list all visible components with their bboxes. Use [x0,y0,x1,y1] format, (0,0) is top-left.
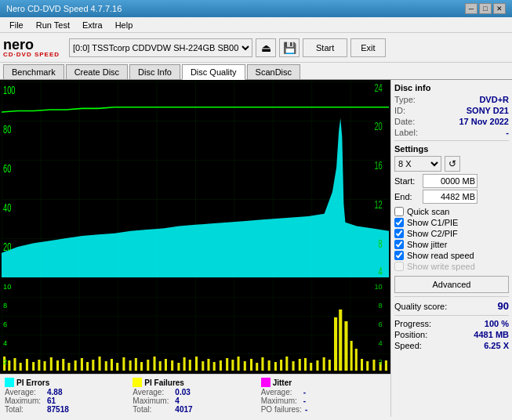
svg-rect-80 [385,360,387,371]
eject-button[interactable]: ⏏ [256,38,276,57]
tab-disc-quality[interactable]: Disc Quality [182,64,245,80]
jitter-stat: Jitter Average: - Maximum: - PO failures… [261,378,386,414]
svg-text:8: 8 [379,238,383,252]
upper-chart-svg: 24 20 16 12 8 4 100 80 60 40 20 [2,81,389,277]
svg-rect-36 [122,357,125,371]
charts-container: 24 20 16 12 8 4 100 80 60 40 20 0.0 0.5 [0,80,390,374]
svg-text:12: 12 [374,199,383,212]
quality-score-value: 90 [498,300,509,312]
quality-score-row: Quality score: 90 [394,300,509,312]
svg-text:60: 60 [3,162,12,176]
svg-rect-69 [323,357,325,371]
upper-chart: 24 20 16 12 8 4 100 80 60 40 20 0.0 0.5 [2,81,389,277]
close-button[interactable]: ✕ [493,3,506,14]
svg-rect-40 [147,360,149,371]
disc-id-row: ID: SONY D21 [394,106,509,115]
main-content: 24 20 16 12 8 4 100 80 60 40 20 0.0 0.5 [0,80,512,417]
save-button[interactable]: 💾 [279,38,300,57]
show-c2pif-label: Show C2/PIF [407,229,458,238]
bottom-stats: PI Errors Average: 4.88 Maximum: 61 Tota… [0,374,390,417]
svg-rect-24 [50,357,53,371]
show-write-speed-label: Show write speed [407,262,475,271]
svg-text:6: 6 [3,320,7,328]
show-read-speed-checkbox[interactable] [394,251,404,260]
svg-rect-66 [304,358,307,371]
menu-extra[interactable]: Extra [76,19,109,31]
pi-failures-header: PI Failures [133,378,257,387]
start-button[interactable]: Start [303,38,347,57]
end-input[interactable] [423,190,478,204]
svg-rect-43 [165,359,167,371]
tab-create-disc[interactable]: Create Disc [66,64,128,79]
show-c2pif-checkbox[interactable] [394,229,404,238]
pi-errors-max: Maximum: 61 [5,396,129,405]
disc-date-row: Date: 17 Nov 2022 [394,117,509,126]
quick-scan-checkbox[interactable] [394,207,404,216]
disc-id-value: SONY D21 [467,106,509,115]
svg-rect-78 [372,360,375,371]
svg-rect-63 [285,357,288,371]
exit-button[interactable]: Exit [350,38,385,57]
svg-rect-44 [171,360,173,371]
position-value: 4481 MB [474,330,509,339]
pi-errors-average: Average: 4.88 [5,388,129,396]
tab-benchmark[interactable]: Benchmark [3,64,64,79]
tab-scan-disc[interactable]: ScanDisc [247,64,300,79]
svg-rect-21 [32,362,34,371]
svg-rect-56 [244,361,246,371]
maximize-button[interactable]: □ [479,3,492,14]
svg-rect-20 [26,359,28,371]
pi-errors-header: PI Errors [5,378,129,387]
svg-rect-51 [213,362,216,371]
progress-row: Progress: 100 % [394,319,509,328]
svg-rect-62 [280,360,282,371]
start-input[interactable] [423,174,478,188]
show-read-speed-row: Show read speed [394,251,509,260]
svg-rect-77 [366,361,369,371]
progress-value: 100 % [485,319,509,328]
svg-rect-74 [350,341,353,371]
settings-title: Settings [394,144,509,154]
tab-disc-info[interactable]: Disc Info [129,64,180,79]
svg-rect-32 [99,357,101,371]
pi-errors-stat: PI Errors Average: 4.88 Maximum: 61 Tota… [5,378,129,414]
svg-rect-19 [20,363,22,371]
show-jitter-label: Show jitter [407,240,447,249]
svg-rect-29 [81,358,83,371]
svg-rect-17 [8,360,10,371]
minimize-button[interactable]: ─ [465,3,478,14]
menu-help[interactable]: Help [109,19,140,31]
svg-text:4: 4 [379,265,383,277]
svg-text:2: 2 [379,358,383,366]
speed-select[interactable]: 8 X [394,156,441,172]
menu-run-test[interactable]: Run Test [30,19,76,31]
svg-text:20: 20 [374,121,383,134]
show-jitter-row: Show jitter [394,240,509,249]
divider-2 [394,296,509,297]
jitter-average: Average: - [261,388,386,396]
show-jitter-checkbox[interactable] [394,240,404,249]
svg-text:6: 6 [379,320,383,328]
svg-text:10: 10 [374,283,382,291]
start-label: Start: [394,176,419,186]
po-failures: PO failures: - [261,405,386,414]
show-c2pif-row: Show C2/PIF [394,229,509,238]
lower-chart-svg: 10 8 6 4 2 10 8 6 4 2 [2,278,389,372]
svg-text:100: 100 [3,84,16,97]
refresh-button[interactable]: ↺ [445,156,460,172]
svg-text:4: 4 [379,339,383,347]
svg-rect-59 [261,357,263,371]
divider-1 [394,140,509,141]
position-label: Position: [394,330,427,339]
advanced-button[interactable]: Advanced [394,276,509,293]
menu-file[interactable]: File [3,19,30,31]
svg-rect-64 [292,361,295,371]
show-c1pie-checkbox[interactable] [394,218,404,227]
disc-id-label: ID: [394,106,405,115]
app-title: Nero CD-DVD Speed 4.7.7.16 [6,4,122,13]
menu-bar: File Run Test Extra Help [0,17,512,33]
start-row: Start: [394,174,509,188]
drive-select[interactable]: [0:0] TSSTcorp CDDVDW SH-224GB SB00 [69,38,252,57]
svg-rect-39 [140,362,143,371]
svg-rect-23 [44,361,46,371]
